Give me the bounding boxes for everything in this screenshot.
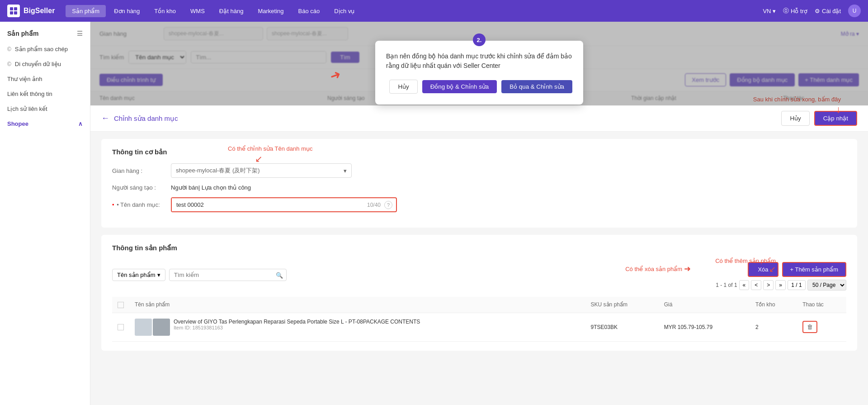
help-icon[interactable]: ? bbox=[384, 201, 392, 209]
edit-page-title: Chỉnh sửa danh mục bbox=[114, 114, 178, 123]
edit-cancel-button[interactable]: Hủy bbox=[781, 111, 809, 126]
gear-icon: ⚙ bbox=[815, 8, 820, 14]
nguoi-sang-tao-label: Người sáng tạo : bbox=[112, 184, 171, 191]
table-header-row: Tên sản phẩm SKU sản phẩm Giá Tồn kho Th… bbox=[112, 297, 846, 313]
edit-header-right: Hủy Cập nhật bbox=[781, 111, 857, 126]
main-layout: Sản phẩm ☰ © Sản phẩm sao chép © Di chuy… bbox=[0, 22, 868, 405]
add-product-button[interactable]: + Thêm sản phẩm bbox=[782, 262, 846, 277]
sidebar-item-shopee[interactable]: Shopee ∧ bbox=[0, 116, 90, 131]
prev-page-button[interactable]: < bbox=[751, 280, 761, 290]
help-link[interactable]: ⓪ Hỗ trợ bbox=[783, 7, 807, 15]
top-section-with-dialog: Gian hàng shopee-mylocal-春夏... shopee-my… bbox=[90, 22, 868, 105]
col-price-header: Giá bbox=[659, 297, 750, 313]
chevron-down-icon: ▾ bbox=[344, 167, 347, 174]
nav-ton-kho[interactable]: Tồn kho bbox=[148, 5, 182, 17]
search-icon: 🔍 bbox=[276, 272, 283, 278]
ten-danh-muc-row: • • Tên danh mục: 10/40 ? bbox=[112, 197, 846, 212]
dialog-text: Bạn nên đồng bộ hóa danh mục trước khi c… bbox=[386, 52, 572, 71]
top-navigation: BigSeller Sản phẩm Đơn hàng Tồn kho WMS … bbox=[0, 0, 868, 22]
required-star: • bbox=[112, 201, 114, 208]
nav-don-hang[interactable]: Đơn hàng bbox=[108, 5, 146, 17]
dialog-skip-edit-button[interactable]: Bỏ qua & Chỉnh sửa bbox=[501, 80, 572, 93]
category-name-input[interactable] bbox=[172, 198, 363, 211]
edit-body: Thông tin cơ bản Có thể chỉnh sửa Tên da… bbox=[90, 132, 868, 358]
nav-dich-vu[interactable]: Dịch vụ bbox=[328, 5, 361, 17]
edit-page: ← Chỉnh sửa danh mục Hủy Cập nhật Sau kh… bbox=[90, 105, 868, 358]
nav-wms[interactable]: WMS bbox=[184, 5, 211, 17]
move-icon: © bbox=[7, 61, 11, 67]
gian-hang-form-select[interactable]: shopee-mylocal-春夏 (及时下架) ▾ bbox=[171, 163, 352, 178]
basic-info-section: Thông tin cơ bản Có thể chỉnh sửa Tên da… bbox=[101, 139, 857, 228]
dialog-cancel-button[interactable]: Hủy bbox=[389, 80, 417, 94]
edit-header-left: ← Chỉnh sửa danh mục bbox=[101, 114, 178, 123]
sidebar-menu-icon[interactable]: ☰ bbox=[77, 30, 83, 37]
row-sku-cell: 9TSE03BK bbox=[585, 313, 659, 341]
annotation-can-delete-text: Có thể xóa sản phẩm bbox=[625, 266, 682, 272]
search-select-chevron: ▾ bbox=[157, 272, 160, 278]
product-info-title: Thông tin sản phẩm bbox=[112, 244, 846, 252]
gian-hang-form-value: shopee-mylocal-春夏 (及时下架) bbox=[176, 167, 260, 175]
category-name-input-wrapper: 10/40 ? bbox=[171, 197, 397, 212]
dialog-arrow: ➜ bbox=[328, 67, 343, 84]
row-product-cell: Overview of GIYO Tas Perlengkapan Repara… bbox=[129, 313, 585, 341]
product-image-2 bbox=[153, 319, 170, 336]
char-count: 10/40 bbox=[363, 202, 384, 208]
ten-danh-muc-label: • • Tên danh mục: bbox=[112, 201, 171, 208]
product-info-section: Thông tin sản phẩm Tên sản phẩm ▾ 🔍 bbox=[101, 235, 857, 351]
col-stock-header: Tồn kho bbox=[750, 297, 797, 313]
last-page-button[interactable]: » bbox=[775, 280, 786, 290]
content-area: Gian hàng shopee-mylocal-春夏... shopee-my… bbox=[90, 22, 868, 405]
settings-link[interactable]: ⚙ Cài đặt bbox=[815, 8, 841, 14]
row-actions-cell: 🗑 bbox=[797, 313, 846, 341]
trash-icon: 🗑 bbox=[807, 324, 813, 330]
user-avatar[interactable]: U bbox=[848, 5, 861, 17]
nguoi-sang-tao-value: Người bán| Lựa chọn thủ công bbox=[171, 184, 846, 191]
page-number-input[interactable] bbox=[788, 280, 806, 290]
edit-update-button[interactable]: Cập nhật bbox=[814, 111, 857, 126]
svg-rect-1 bbox=[14, 7, 17, 10]
row-delete-button[interactable]: 🗑 bbox=[802, 321, 817, 333]
sidebar-item-di-chuyen[interactable]: © Di chuyển dữ liệu bbox=[0, 57, 90, 71]
sidebar-item-sao-chep[interactable]: © Sản phẩm sao chép bbox=[0, 42, 90, 57]
per-page-select[interactable]: 50 / Page bbox=[807, 280, 846, 291]
first-page-button[interactable]: « bbox=[739, 280, 750, 290]
nav-san-pham[interactable]: Sản phẩm bbox=[66, 5, 106, 17]
nav-marketing[interactable]: Marketing bbox=[251, 5, 290, 17]
col-product-name-header: Tên sản phẩm bbox=[129, 297, 585, 313]
product-action-buttons: Xóa + Thêm sản phẩm bbox=[748, 262, 846, 277]
help-circle-icon: ⓪ bbox=[783, 7, 789, 15]
nav-dat-hang[interactable]: Đặt hàng bbox=[213, 5, 250, 17]
product-search-area: Tên sản phẩm ▾ 🔍 bbox=[112, 269, 287, 281]
pagination-range: 1 - 1 of 1 bbox=[716, 282, 737, 288]
delete-product-button[interactable]: Xóa bbox=[748, 262, 778, 277]
product-sub: Item ID: 18519381163 bbox=[174, 325, 420, 330]
gian-hang-form-label: Gian hàng : bbox=[112, 167, 171, 174]
sidebar-item-lien-ket[interactable]: Liên kết thông tin bbox=[0, 86, 90, 101]
dialog-sync-edit-button[interactable]: Đồng bộ & Chỉnh sửa bbox=[422, 80, 497, 93]
sidebar-item-lich-su[interactable]: Lịch sử liên kết bbox=[0, 101, 90, 116]
product-image-1 bbox=[135, 319, 152, 336]
select-all-checkbox[interactable] bbox=[118, 302, 124, 308]
logo[interactable]: BigSeller bbox=[7, 5, 55, 17]
table-row: Overview of GIYO Tas Perlengkapan Repara… bbox=[112, 313, 846, 341]
svg-rect-2 bbox=[10, 11, 13, 14]
gian-hang-row: Gian hàng : shopee-mylocal-春夏 (及时下架) ▾ bbox=[112, 163, 846, 178]
nav-items: Sản phẩm Đơn hàng Tồn kho WMS Đặt hàng M… bbox=[66, 5, 361, 17]
delete-arrow-icon: ➜ bbox=[684, 264, 691, 274]
row-checkbox-cell bbox=[112, 313, 129, 341]
product-search-input[interactable] bbox=[169, 269, 287, 281]
product-search-select[interactable]: Tên sản phẩm ▾ bbox=[112, 269, 165, 281]
row-checkbox[interactable] bbox=[118, 324, 124, 330]
sidebar-item-thu-vien[interactable]: Thư viện ảnh bbox=[0, 71, 90, 86]
top-nav-right: VN ▾ ⓪ Hỗ trợ ⚙ Cài đặt U bbox=[763, 5, 861, 17]
col-sku-header: SKU sản phẩm bbox=[585, 297, 659, 313]
nguoi-sang-tao-row: Người sáng tạo : Người bán| Lựa chọn thủ… bbox=[112, 184, 846, 191]
sidebar: Sản phẩm ☰ © Sản phẩm sao chép © Di chuy… bbox=[0, 22, 90, 405]
next-page-button[interactable]: > bbox=[763, 280, 774, 290]
lang-selector[interactable]: VN ▾ bbox=[763, 8, 776, 14]
nav-bao-cao[interactable]: Báo cáo bbox=[292, 5, 326, 17]
basic-info-title: Thông tin cơ bản bbox=[112, 148, 846, 156]
dialog-box: Bạn nên đồng bộ hóa danh mục trước khi c… bbox=[375, 41, 583, 105]
back-button[interactable]: ← bbox=[101, 114, 109, 123]
col-checkbox-header bbox=[112, 297, 129, 313]
